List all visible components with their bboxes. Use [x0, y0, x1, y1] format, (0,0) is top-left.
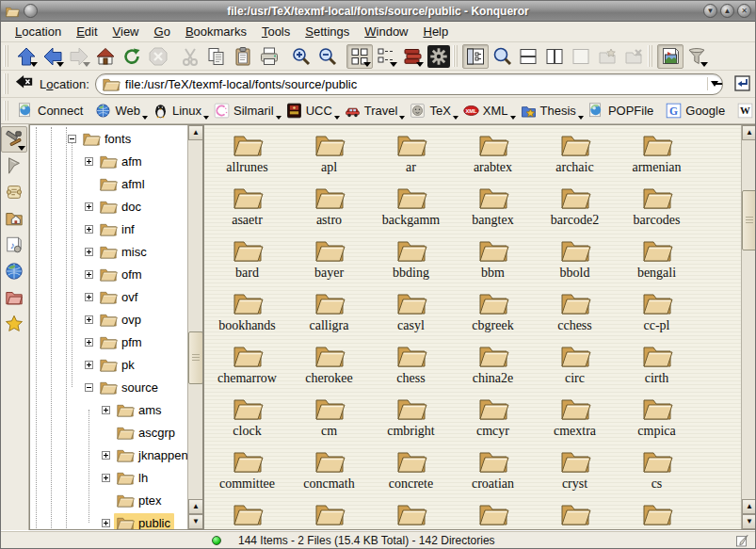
tree-item-misc[interactable]: misc — [30, 240, 187, 263]
folder-item-concmath[interactable]: concmath — [288, 446, 370, 499]
location-combobox[interactable]: file:/usr/TeX/texmf-local/fonts/source/p… — [95, 73, 723, 95]
folder-item-apl[interactable]: apl — [288, 130, 370, 183]
toolbar-handle[interactable] — [4, 101, 10, 121]
reload-button[interactable] — [119, 44, 145, 69]
paste-button[interactable] — [230, 44, 256, 69]
expand-plus-icon[interactable] — [85, 293, 93, 301]
folder-item-partial[interactable] — [288, 499, 370, 530]
expand-plus-icon[interactable] — [102, 406, 110, 414]
folder-item-archaic[interactable]: archaic — [534, 130, 616, 183]
toolbar-handle[interactable] — [453, 45, 459, 67]
tree-item-pfm[interactable]: pfm — [30, 331, 187, 353]
tree-item-content[interactable]: fonts — [80, 129, 135, 148]
tree-item-content[interactable]: inf — [97, 219, 138, 238]
toolbar-handle[interactable] — [648, 45, 654, 67]
folder-item-concrete[interactable]: concrete — [370, 446, 452, 499]
folder-item-cs[interactable]: cs — [616, 446, 698, 499]
menu-bookmarks[interactable]: Bookmarks — [179, 23, 253, 40]
tree-item-content[interactable]: lh — [114, 468, 152, 487]
tree-item-jknappen[interactable]: jknappen — [30, 444, 187, 466]
bookmark-tex[interactable]: TeX — [405, 100, 458, 121]
remove-active-view-button[interactable] — [568, 44, 594, 69]
tree-item-content[interactable]: doc — [97, 197, 145, 216]
folder-item-bangtex[interactable]: bangtex — [452, 183, 534, 235]
menu-location[interactable]: Location — [8, 23, 68, 40]
folder-item-partial[interactable] — [534, 499, 616, 530]
root-folder-button[interactable] — [1, 284, 27, 311]
tree-item-ofm[interactable]: ofm — [30, 263, 187, 285]
scroll-up-button[interactable]: ▲ — [742, 499, 756, 514]
tree-item-inf[interactable]: inf — [30, 218, 187, 240]
services-button[interactable]: ♪ — [1, 232, 27, 258]
folder-item-asaetr[interactable]: asaetr — [206, 183, 288, 235]
go-button[interactable] — [729, 72, 755, 96]
folder-item-cchess[interactable]: cchess — [534, 288, 616, 341]
tree-item-source[interactable]: source — [30, 376, 187, 398]
scrollbar-thumb[interactable] — [188, 331, 203, 384]
bookmark-wikipedia[interactable]: WWikipedia — [732, 100, 756, 121]
tree-item-content[interactable]: afm — [97, 152, 146, 170]
list-view-mode-button[interactable] — [373, 44, 399, 69]
tree-item-public[interactable]: public — [30, 511, 187, 529]
folder-item-cirth[interactable]: cirth — [616, 341, 698, 394]
folder-item-bookhands[interactable]: bookhands — [206, 288, 288, 341]
bookmarks-flag-button[interactable] — [1, 153, 27, 179]
folder-item-calligra[interactable]: calligra — [288, 288, 370, 341]
scroll-down-button[interactable]: ▼ — [742, 514, 756, 529]
folder-item-casyl[interactable]: casyl — [370, 288, 452, 341]
bookmark-travel[interactable]: Travel — [340, 100, 406, 121]
network-button[interactable] — [1, 258, 27, 284]
tree-item-doc[interactable]: doc — [30, 195, 187, 218]
tree-item-ovp[interactable]: ovp — [30, 308, 187, 331]
menu-window[interactable]: Window — [358, 23, 414, 40]
file-size-view-mode-button[interactable] — [399, 44, 426, 69]
scrollbar-thumb[interactable] — [742, 190, 756, 250]
bookmark-web[interactable]: Web — [90, 100, 148, 121]
history-button[interactable] — [1, 179, 27, 205]
tree-item-ptex[interactable]: ptex — [30, 489, 187, 511]
menu-view[interactable]: View — [106, 23, 146, 40]
bookmark-ucc[interactable]: UCC — [281, 100, 340, 121]
copy-button[interactable] — [203, 44, 230, 69]
configure-panel-button[interactable] — [1, 126, 27, 153]
folder-item-backgamm[interactable]: backgamm — [370, 183, 452, 235]
folder-item-allrunes[interactable]: allrunes — [206, 130, 288, 183]
folder-item-barcodes[interactable]: barcodes — [616, 183, 698, 235]
expand-plus-icon[interactable] — [85, 270, 93, 279]
filter-button[interactable] — [684, 44, 710, 69]
folder-item-cmpica[interactable]: cmpica — [616, 394, 698, 446]
tree-item-content[interactable]: public — [114, 513, 174, 529]
sticky-button[interactable] — [24, 4, 38, 18]
folder-item-astro[interactable]: astro — [288, 183, 370, 235]
tree-item-content[interactable]: afml — [97, 174, 149, 193]
bookmark-popfile[interactable]: POPFile — [584, 100, 661, 121]
menu-help[interactable]: Help — [417, 23, 456, 40]
expand-plus-icon[interactable] — [85, 202, 93, 211]
folder-item-armenian[interactable]: armenian — [616, 130, 698, 183]
expand-plus-icon[interactable] — [85, 361, 93, 369]
toolbar-handle[interactable] — [4, 73, 10, 94]
tree-item-content[interactable]: pfm — [97, 332, 146, 351]
up-button[interactable] — [13, 44, 40, 69]
folder-item-arabtex[interactable]: arabtex — [452, 130, 534, 183]
folder-item-bbold[interactable]: bbold — [534, 235, 616, 288]
back-button[interactable] — [40, 44, 66, 69]
folder-item-bayer[interactable]: bayer — [288, 235, 370, 288]
view-scrollbar[interactable]: ▲ ▲ ▼ — [741, 125, 756, 529]
tree-item-ovf[interactable]: ovf — [30, 285, 187, 308]
expand-plus-icon[interactable] — [85, 157, 93, 166]
location-input[interactable]: file:/usr/TeX/texmf-local/fonts/source/p… — [125, 77, 702, 91]
new-tab-button[interactable] — [594, 44, 620, 69]
title-bar[interactable]: file:/usr/TeX/texmf-local/fonts/source/p… — [1, 1, 755, 22]
tree-scrollbar[interactable]: ▲ ▲ ▼ — [187, 125, 202, 529]
folder-item-bard[interactable]: bard — [206, 235, 288, 288]
scroll-up-button[interactable]: ▲ — [188, 499, 203, 514]
folder-item-bengali[interactable]: bengali — [616, 235, 698, 288]
tree-item-afm[interactable]: afm — [30, 150, 187, 172]
menu-settings[interactable]: Settings — [298, 23, 356, 40]
folder-item-ar[interactable]: ar — [370, 130, 452, 183]
folder-item-cmcyr[interactable]: cmcyr — [452, 394, 534, 446]
tree-item-afml[interactable]: afml — [30, 172, 187, 195]
tree-item-content[interactable]: jknappen — [114, 445, 187, 464]
expand-plus-icon[interactable] — [85, 315, 93, 324]
